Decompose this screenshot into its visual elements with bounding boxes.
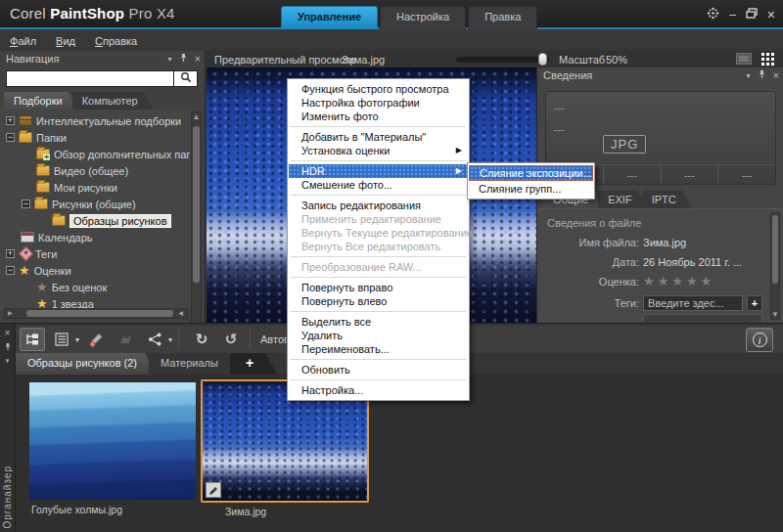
tab-computer[interactable]: Компьютер (72, 92, 154, 110)
tab-exif[interactable]: EXIF (598, 191, 647, 208)
tab-adjust[interactable]: Настройка (380, 6, 466, 29)
folder-icon (34, 199, 48, 209)
toolbar-separator (178, 330, 179, 349)
zoom-slider[interactable] (456, 57, 549, 63)
close-icon[interactable]: × (767, 8, 775, 22)
image-info-button[interactable]: i (746, 328, 773, 352)
zoom-slider-knob[interactable] (538, 53, 547, 66)
preview-mode-icon[interactable] (736, 53, 752, 65)
thumbnail-filename: Зима.jpg (225, 506, 266, 517)
menu-Вид[interactable]: Вид (46, 32, 85, 50)
scroll-left-icon[interactable]: ▲ (6, 310, 15, 318)
chevron-down-icon[interactable]: ▾ (75, 335, 79, 344)
grid-view-icon[interactable] (760, 52, 775, 66)
add-tag-button[interactable]: + (747, 295, 762, 311)
tree-item[interactable]: Календарь (0, 229, 192, 245)
tree-item[interactable]: +Интеллектуальные подборки (0, 112, 192, 129)
folder-plus-icon (36, 149, 50, 159)
tree-item[interactable]: −Папки (0, 129, 192, 146)
tree-item[interactable]: ★Без оценок (0, 279, 192, 295)
scroll-up-icon[interactable]: ▲ (192, 112, 201, 121)
tab-edit[interactable]: Правка (468, 6, 537, 29)
tree-view-button[interactable] (20, 328, 45, 351)
format-badge: JPG (603, 135, 646, 154)
rating-stars[interactable]: ★★★★★ (643, 274, 714, 288)
thumbnail-hills[interactable] (29, 382, 196, 500)
scroll-down-icon[interactable]: ▼ (771, 310, 779, 319)
info-vertical-scrollbar[interactable]: ▼ (770, 212, 780, 320)
zoom-label: Масштаб (559, 54, 605, 66)
rotate-right-button[interactable]: ↻ (189, 328, 214, 351)
menu-Файл[interactable]: Файл (0, 32, 46, 50)
rotate-left-button[interactable]: ↺ (218, 328, 244, 351)
search-input[interactable] (6, 70, 174, 87)
tray-tab-materials[interactable]: Материалы (149, 353, 238, 375)
restore-icon[interactable] (746, 8, 758, 22)
tab-iptc[interactable]: IPTC (642, 191, 692, 208)
tree-item[interactable]: −★Оценки (0, 262, 192, 279)
menu-item[interactable]: Добавить в "Материалы" (289, 130, 468, 144)
tree-item[interactable]: Образцы рисунков (0, 212, 192, 229)
panel-menu-icon[interactable]: ▾ (747, 71, 751, 80)
scroll-right-icon[interactable]: ▲ (177, 310, 186, 318)
share-button[interactable] (142, 328, 167, 351)
tree-item-label: Образцы рисунков (69, 214, 171, 228)
tree-item[interactable]: −Рисунки (общие) (0, 196, 192, 212)
menu-item[interactable]: HDR▶ (289, 164, 468, 178)
expand-icon[interactable]: + (6, 249, 15, 258)
collapse-icon[interactable]: − (6, 266, 15, 275)
close-icon[interactable]: × (0, 328, 15, 338)
menu-item[interactable]: Установка оценки▶ (289, 144, 468, 157)
folder-icon (36, 165, 50, 176)
apply-edits-button[interactable] (113, 328, 138, 351)
menu-item[interactable]: Настройка фотографии (289, 96, 468, 110)
list-view-button[interactable] (49, 328, 74, 351)
menu-item[interactable]: Функция быстрого просмотра (289, 82, 468, 96)
panel-menu-icon[interactable]: ▾ (0, 357, 15, 365)
tab-collections[interactable]: Подборки (4, 92, 78, 110)
menu-item[interactable]: Переименовать... (289, 342, 468, 356)
menu-item[interactable]: Настройка... (289, 383, 468, 397)
minimize-icon[interactable]: – (729, 8, 736, 22)
close-icon[interactable]: × (195, 53, 201, 65)
menu-Справка[interactable]: Справка (85, 32, 147, 50)
tree-vertical-scrollbar[interactable]: ▲ ▼ (191, 111, 202, 348)
menu-item[interactable]: Слияние экспозиции... (469, 165, 593, 181)
panel-menu-icon[interactable]: ▾ (168, 55, 172, 64)
zoom-value: 50% (606, 54, 627, 66)
tree-item-label: Мои рисунки (54, 182, 117, 194)
edit-photo-button[interactable] (83, 328, 109, 351)
pin-icon[interactable] (179, 53, 188, 65)
close-icon[interactable]: × (773, 69, 779, 81)
menu-item[interactable]: Выделить все (289, 315, 468, 329)
preview-filename: Зима.jpg (342, 54, 385, 66)
search-icon[interactable] (174, 70, 198, 87)
tree-item-label: Видео (общее) (54, 165, 128, 177)
tree-item[interactable]: Обзор дополнительных паг (0, 146, 192, 162)
menu-item[interactable]: Удалить (289, 329, 468, 342)
menu-item[interactable]: Обновить (289, 363, 468, 377)
tags-input[interactable] (643, 295, 743, 311)
tray-tab-samples[interactable]: Образцы рисунков (2) (16, 353, 157, 375)
expand-icon[interactable]: + (6, 116, 15, 125)
tree-item[interactable]: Мои рисунки (0, 179, 192, 196)
collapse-icon[interactable]: − (6, 133, 15, 142)
menu-item[interactable]: Изменить фото (289, 110, 468, 123)
add-tray-button[interactable]: + (230, 353, 277, 375)
collapse-icon[interactable]: − (22, 200, 30, 208)
menu-item[interactable]: Слияние групп... (469, 181, 593, 197)
app-options-icon[interactable] (707, 7, 719, 22)
menu-item[interactable]: Смешение фото... (289, 178, 468, 192)
tree-horizontal-scrollbar[interactable]: ▲ ▲ (4, 308, 188, 319)
tree-item-label: Без оценок (52, 282, 108, 293)
menu-item[interactable]: Повернуть вправо (289, 281, 468, 294)
pin-icon[interactable] (758, 69, 766, 81)
tab-manage[interactable]: Управление (281, 6, 378, 29)
tree-item[interactable]: Видео (общее) (0, 162, 192, 179)
chevron-down-icon[interactable]: ▾ (168, 335, 172, 344)
menu-item[interactable]: Запись редактирования (289, 199, 468, 212)
tree-item[interactable]: +Теги (0, 245, 192, 262)
context-menu: Функция быстрого просмотраНастройка фото… (287, 78, 470, 401)
menu-item[interactable]: Повернуть влево (289, 294, 468, 308)
pin-icon[interactable] (0, 342, 15, 353)
